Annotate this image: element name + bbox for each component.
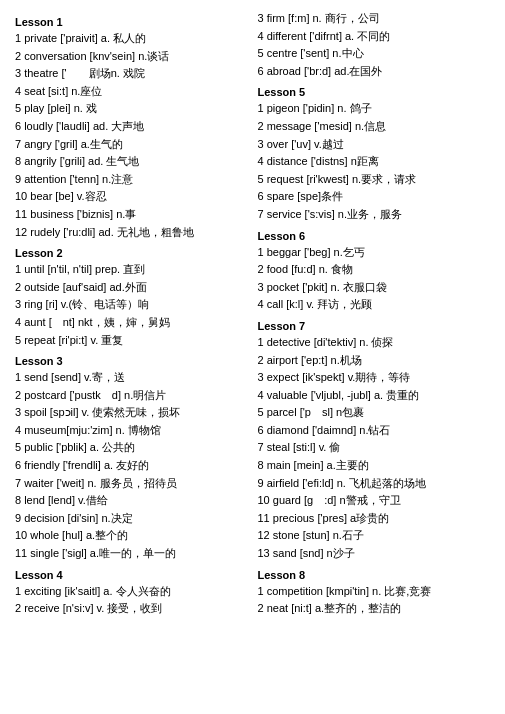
vocab-item: 2 outside [auf'said] ad.外面 [15, 279, 248, 297]
vocab-item: 9 attention ['tenn] n.注意 [15, 171, 248, 189]
vocab-item: 5 repeat [ri'pi:t] v. 重复 [15, 332, 248, 350]
vocab-item: 2 airport ['ep:t] n.机场 [258, 352, 491, 370]
vocab-item: 4 museum[mju:'zim] n. 博物馆 [15, 422, 248, 440]
vocab-item: 5 parcel ['p sl] n包裹 [258, 404, 491, 422]
vocab-item: 9 decision [di'sin] n.决定 [15, 510, 248, 528]
vocab-item: 1 private ['praivit] a. 私人的 [15, 30, 248, 48]
vocab-item: 10 whole [hul] a.整个的 [15, 527, 248, 545]
vocab-item: 2 neat [ni:t] a.整齐的，整洁的 [258, 600, 491, 618]
vocab-item: 6 spare [spe]条件 [258, 188, 491, 206]
vocab-item: 7 waiter ['weit] n. 服务员，招待员 [15, 475, 248, 493]
vocab-item: 3 theatre [' 剧场n. 戏院 [15, 65, 248, 83]
vocab-item: 13 sand [snd] n沙子 [258, 545, 491, 563]
vocab-item: 6 friendly ['frendli] a. 友好的 [15, 457, 248, 475]
vocab-item: 2 conversation [knv'sein] n.谈话 [15, 48, 248, 66]
vocab-item: 4 distance ['distns] n距离 [258, 153, 491, 171]
left-column: Lesson 11 private ['praivit] a. 私人的2 con… [15, 10, 248, 618]
vocab-item: 12 rudely ['ru:dli] ad. 无礼地，粗鲁地 [15, 224, 248, 242]
vocab-item: 5 request [ri'kwest] n.要求，请求 [258, 171, 491, 189]
vocab-item: 3 ring [ri] v.(铃、电话等）响 [15, 296, 248, 314]
vocab-item: 2 food [fu:d] n. 食物 [258, 261, 491, 279]
lesson-title: Lesson 4 [15, 569, 248, 581]
vocab-item: 1 beggar ['beg] n.乞丐 [258, 244, 491, 262]
lesson-title: Lesson 8 [258, 569, 491, 581]
vocab-item: 11 precious ['pres] a珍贵的 [258, 510, 491, 528]
vocab-item: 7 steal [sti:l] v. 偷 [258, 439, 491, 457]
lesson-title: Lesson 2 [15, 247, 248, 259]
vocab-item: 10 bear [be] v.容忍 [15, 188, 248, 206]
vocab-item: 1 pigeon ['pidin] n. 鸽子 [258, 100, 491, 118]
vocab-item: 4 call [k:l] v. 拜访，光顾 [258, 296, 491, 314]
right-column: 3 firm [f:m] n. 商行，公司4 different ['difrn… [258, 10, 491, 618]
vocab-item: 1 competition [kmpi'tin] n. 比赛,竞赛 [258, 583, 491, 601]
vocab-item: 2 message ['mesid] n.信息 [258, 118, 491, 136]
lesson-title: Lesson 1 [15, 16, 248, 28]
vocab-item: 8 angrily ['grili] ad. 生气地 [15, 153, 248, 171]
vocab-item: 11 single ['sigl] a.唯一的，单一的 [15, 545, 248, 563]
vocab-item: 8 main [mein] a.主要的 [258, 457, 491, 475]
vocab-item: 6 abroad ['br:d] ad.在国外 [258, 63, 491, 81]
vocab-item: 4 seat [si:t] n.座位 [15, 83, 248, 101]
vocab-item: 6 loudly ['laudli] ad. 大声地 [15, 118, 248, 136]
vocab-item: 6 diamond ['daimnd] n.钻石 [258, 422, 491, 440]
vocab-item: 7 service ['s:vis] n.业务，服务 [258, 206, 491, 224]
vocab-item: 8 lend [lend] v.借给 [15, 492, 248, 510]
lesson-title: Lesson 3 [15, 355, 248, 367]
lesson-title: Lesson 6 [258, 230, 491, 242]
vocab-item: 7 angry ['gril] a.生气的 [15, 136, 248, 154]
vocab-item: 12 stone [stun] n.石子 [258, 527, 491, 545]
vocab-item: 1 detective [di'tektiv] n. 侦探 [258, 334, 491, 352]
vocab-item: 5 public ['pblik] a. 公共的 [15, 439, 248, 457]
vocab-item: 5 centre ['sent] n.中心 [258, 45, 491, 63]
main-content: Lesson 11 private ['praivit] a. 私人的2 con… [15, 10, 490, 618]
vocab-item: 4 different ['difrnt] a. 不同的 [258, 28, 491, 46]
vocab-item: 5 play [plei] n. 戏 [15, 100, 248, 118]
vocab-item: 3 over ['uv] v.越过 [258, 136, 491, 154]
vocab-item: 3 firm [f:m] n. 商行，公司 [258, 10, 491, 28]
vocab-item: 3 expect [ik'spekt] v.期待，等待 [258, 369, 491, 387]
vocab-item: 1 send [send] v.寄，送 [15, 369, 248, 387]
vocab-item: 4 aunt [ nt] nkt，姨，婶，舅妈 [15, 314, 248, 332]
vocab-item: 2 postcard ['pustk d] n.明信片 [15, 387, 248, 405]
lesson-title: Lesson 5 [258, 86, 491, 98]
vocab-item: 9 airfield ['efi:ld] n. 飞机起落的场地 [258, 475, 491, 493]
vocab-item: 3 pocket ['pkit] n. 衣服口袋 [258, 279, 491, 297]
vocab-item: 3 spoil [spɔil] v. 使索然无味，损坏 [15, 404, 248, 422]
vocab-item: 4 valuable ['vljubl, -jubl] a. 贵重的 [258, 387, 491, 405]
lesson-title: Lesson 7 [258, 320, 491, 332]
vocab-item: 1 exciting [ik'saitl] a. 令人兴奋的 [15, 583, 248, 601]
vocab-item: 10 guard [g :d] n警戒，守卫 [258, 492, 491, 510]
vocab-item: 11 business ['biznis] n.事 [15, 206, 248, 224]
vocab-item: 2 receive [n'si:v] v. 接受，收到 [15, 600, 248, 618]
vocab-item: 1 until [n'til, n'til] prep. 直到 [15, 261, 248, 279]
